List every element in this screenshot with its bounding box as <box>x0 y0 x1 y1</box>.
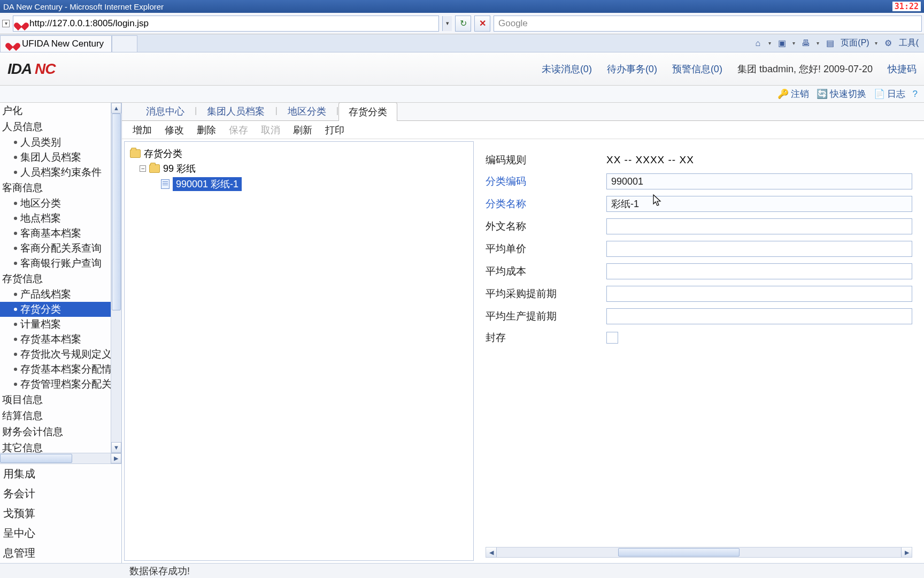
sidebar-group[interactable]: 项目信息 <box>0 392 111 408</box>
print-tool-button[interactable]: 打印 <box>325 124 344 136</box>
quick-code-label[interactable]: 快捷码 <box>888 63 917 75</box>
tools-gear-icon[interactable]: ⚙ <box>883 38 894 49</box>
logout-link[interactable]: 🔑注销 <box>777 88 809 100</box>
search-box[interactable]: Google <box>494 16 922 32</box>
sidebar-item[interactable]: 客商银行账户查询 <box>0 256 111 271</box>
content-tab[interactable]: 集团人员档案 <box>197 102 275 120</box>
hscroll-left-arrow-icon[interactable]: ◀ <box>486 547 497 557</box>
foreign-input[interactable] <box>606 218 912 234</box>
help-icon[interactable]: ? <box>913 89 918 100</box>
sidebar-item-label: 地区分类 <box>20 196 61 210</box>
scroll-up-arrow-icon[interactable]: ▲ <box>111 103 121 113</box>
app-header: IDA NC 未读消息(0) 待办事务(0) 预警信息(0) 集团 tbadmi… <box>0 52 924 86</box>
bullet-icon <box>14 217 17 220</box>
sidebar-item[interactable]: 集团人员档案 <box>0 150 111 165</box>
home-icon[interactable]: ⌂ <box>752 38 763 49</box>
sidebar-bottom-item[interactable]: 呈中心 <box>0 523 121 543</box>
page-icon[interactable]: ▤ <box>825 38 835 49</box>
url-dropdown[interactable]: ▾ <box>442 16 452 31</box>
stop-button[interactable]: ✕ <box>474 16 490 32</box>
page-menu-label[interactable]: 页面(P) <box>841 37 869 49</box>
url-box[interactable]: http://127.0.0.1:8005/login.jsp <box>13 16 439 32</box>
sidebar-item[interactable]: 人员档案约束条件 <box>0 165 111 180</box>
scroll-down-arrow-icon[interactable]: ▼ <box>111 442 121 453</box>
hscroll-right-arrow-icon[interactable]: ▶ <box>901 547 912 557</box>
log-label: 日志 <box>887 88 905 100</box>
sidebar-item[interactable]: 客商分配关系查询 <box>0 241 111 256</box>
tree-leaf-label: 990001 彩纸-1 <box>173 177 242 191</box>
sealed-checkbox[interactable] <box>606 332 618 344</box>
sidebar-bottom-item[interactable]: 用集成 <box>0 464 121 484</box>
tree-leaf[interactable]: 990001 彩纸-1 <box>130 176 468 192</box>
lead-produce-input[interactable] <box>606 308 912 324</box>
sidebar-group[interactable]: 存货信息 <box>0 271 111 287</box>
sidebar-hscrollbar[interactable]: ▶ <box>0 453 121 463</box>
name-label[interactable]: 分类名称 <box>486 197 606 211</box>
scroll-thumb[interactable] <box>112 113 121 310</box>
sidebar-item[interactable]: 地点档案 <box>0 211 111 226</box>
new-tab-button[interactable] <box>112 35 137 52</box>
sidebar-item-label: 客商银行账户查询 <box>20 256 102 270</box>
code-label[interactable]: 分类编码 <box>486 174 606 188</box>
alert-link[interactable]: 预警信息(0) <box>672 63 722 75</box>
sidebar-item-label: 产品线档案 <box>20 287 71 301</box>
sidebar-bottom-item[interactable]: 息管理 <box>0 543 121 563</box>
code-input[interactable]: 990001 <box>606 173 912 189</box>
sidebar-item[interactable]: 存货基本档案 <box>0 332 111 347</box>
sidebar-group[interactable]: 客商信息 <box>0 180 111 196</box>
unread-messages-link[interactable]: 未读消息(0) <box>542 63 592 75</box>
browser-tab[interactable]: UFIDA New Century <box>0 35 112 52</box>
switch-icon: 🔄 <box>817 88 828 100</box>
tree-node[interactable]: − 99 彩纸 <box>130 161 468 176</box>
sidebar-group[interactable]: 人员信息 <box>0 119 111 135</box>
todo-link[interactable]: 待办事务(0) <box>607 63 657 75</box>
log-icon: 📄 <box>874 88 885 100</box>
content-tab[interactable]: 地区分类 <box>278 102 336 120</box>
tools-menu-label[interactable]: 工具( <box>899 37 919 49</box>
sidebar-group[interactable]: 其它信息 <box>0 440 111 453</box>
content-tab[interactable]: 存货分类 <box>338 102 397 121</box>
refresh-tool-button[interactable]: 刷新 <box>293 124 312 136</box>
delete-button[interactable]: 删除 <box>197 124 216 136</box>
add-button[interactable]: 增加 <box>133 124 152 136</box>
nav-back-dropdown[interactable]: ▾ <box>2 20 10 27</box>
logo: IDA NC <box>7 60 55 78</box>
hscroll-thumb[interactable] <box>0 454 72 463</box>
quick-switch-link[interactable]: 🔄快速切换 <box>817 88 866 100</box>
main-area: 户化人员信息人员类别集团人员档案人员档案约束条件客商信息地区分类地点档案客商基本… <box>0 103 924 563</box>
sidebar-item[interactable]: 产品线档案 <box>0 287 111 302</box>
sidebar-item[interactable]: 地区分类 <box>0 196 111 211</box>
scroll-right-arrow-icon[interactable]: ▶ <box>111 453 121 463</box>
feeds-icon[interactable]: ▣ <box>776 38 787 49</box>
sidebar-group[interactable]: 财务会计信息 <box>0 424 111 440</box>
sidebar-item[interactable]: 人员类别 <box>0 135 111 150</box>
edit-button[interactable]: 修改 <box>165 124 184 136</box>
sidebar-item[interactable]: 存货分类 <box>0 302 111 317</box>
name-input[interactable]: 彩纸-1 <box>606 196 912 212</box>
collapse-icon[interactable]: − <box>140 165 146 172</box>
content-tab[interactable]: 消息中心 <box>136 102 195 120</box>
avgcost-input[interactable] <box>606 263 912 279</box>
log-link[interactable]: 📄日志 <box>874 88 905 100</box>
lead-purchase-input[interactable] <box>606 286 912 302</box>
avgprice-input[interactable] <box>606 241 912 257</box>
sidebar-item[interactable]: 客商基本档案 <box>0 226 111 241</box>
sidebar-item[interactable]: 存货批次号规则定义 <box>0 347 111 362</box>
sidebar-item[interactable]: 计量档案 <box>0 317 111 332</box>
sidebar-bottom-item[interactable]: 务会计 <box>0 484 121 504</box>
form-hscrollbar[interactable]: ◀ ▶ <box>486 547 912 558</box>
sidebar-item-label: 存货批次号规则定义 <box>20 347 112 361</box>
sidebar-vscrollbar[interactable]: ▲ ▼ <box>111 103 121 453</box>
workspace: 存货分类 − 99 彩纸 990001 彩纸-1 编码规则 XX -- XXXX… <box>122 139 924 563</box>
clock-overlay: 31:22 <box>892 2 921 11</box>
sidebar-group[interactable]: 结算信息 <box>0 408 111 424</box>
sidebar-item[interactable]: 存货基本档案分配情 <box>0 362 111 377</box>
refresh-button[interactable]: ↻ <box>455 16 471 32</box>
sidebar-group[interactable]: 户化 <box>0 103 111 119</box>
sidebar-item-label: 存货基本档案 <box>20 332 81 346</box>
sidebar-item[interactable]: 存货管理档案分配关 <box>0 377 111 392</box>
print-icon[interactable]: 🖶 <box>800 38 811 49</box>
sidebar-bottom-item[interactable]: 戈预算 <box>0 504 121 523</box>
form-hscroll-thumb[interactable] <box>618 548 740 557</box>
tree-root[interactable]: 存货分类 <box>130 146 468 161</box>
